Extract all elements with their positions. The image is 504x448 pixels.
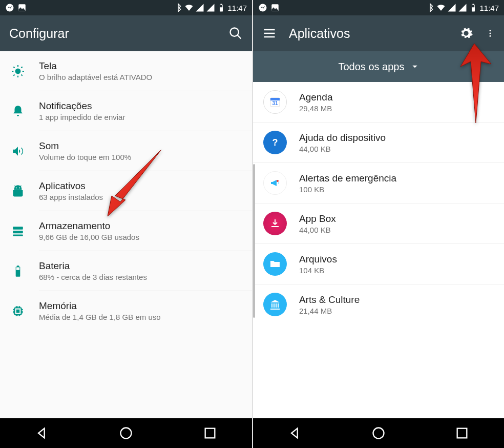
settings-list[interactable]: TelaO brilho adaptável está ATIVADO Noti… [0, 51, 252, 418]
svg-point-25 [490, 30, 491, 31]
setting-title: Som [39, 140, 242, 152]
svg-rect-4 [220, 5, 223, 8]
svg-rect-14 [17, 266, 19, 267]
app-name: Agenda [299, 92, 494, 103]
chevron-down-icon [411, 63, 418, 70]
app-row-agenda[interactable]: 31 Agenda29,48 MB [253, 82, 504, 122]
nav-home[interactable] [371, 426, 386, 440]
svg-point-33 [373, 428, 384, 439]
svg-point-18 [121, 428, 132, 439]
app-row-arts[interactable]: Arts & Culture21,44 MB [253, 284, 504, 324]
megaphone-icon [263, 171, 287, 195]
svg-text:?: ? [272, 137, 278, 148]
nav-bar [0, 418, 252, 448]
svg-rect-23 [473, 4, 474, 5]
svg-rect-10 [13, 227, 23, 229]
status-time: 11:47 [479, 4, 499, 12]
scrollbar[interactable] [253, 164, 255, 318]
setting-notifications[interactable]: Notificações1 app impedido de enviar [0, 91, 252, 131]
setting-sub: O brilho adaptável está ATIVADO [39, 73, 242, 82]
nav-recent[interactable] [203, 426, 217, 440]
nav-recent[interactable] [455, 426, 469, 440]
battery-icon [469, 3, 478, 12]
svg-rect-24 [472, 5, 475, 8]
app-row-emergency[interactable]: Alertas de emergência100 KB [253, 162, 504, 203]
signal-icon-2 [458, 3, 467, 12]
setting-battery[interactable]: Bateria68% - cerca de 3 dias restantes [0, 251, 252, 291]
page-title: Configurar [9, 26, 69, 41]
messenger-icon [5, 3, 14, 12]
setting-memory[interactable]: MemóriaMédia de 1,4 GB de 1,8 GB em uso [0, 291, 252, 331]
calendar-icon: 31 [263, 90, 287, 114]
app-bar-settings: Configurar [0, 15, 252, 51]
setting-sub: 1 app impedido de enviar [39, 113, 242, 121]
gear-icon[interactable] [459, 26, 473, 40]
setting-sub: 68% - cerca de 3 dias restantes [39, 273, 242, 281]
setting-display[interactable]: TelaO brilho adaptável está ATIVADO [0, 51, 252, 91]
gallery-icon [17, 3, 27, 12]
setting-apps[interactable]: Aplicativos63 apps instalados [0, 171, 252, 211]
setting-title: Aplicativos [39, 180, 242, 192]
status-bar: 11:47 [0, 0, 252, 15]
download-icon [263, 212, 287, 235]
setting-title: Armazenamento [39, 220, 242, 232]
android-icon [10, 184, 26, 199]
bluetooth-icon [426, 3, 435, 12]
phone-right-apps: 11:47 Aplicativos Todos os apps 31 Agend… [252, 0, 504, 448]
nav-bar [253, 418, 504, 448]
setting-sound[interactable]: SomVolume do toque em 100% [0, 131, 252, 171]
app-row-appbox[interactable]: App Box44,00 KB [253, 203, 504, 243]
filter-label: Todos os apps [339, 61, 405, 73]
svg-rect-11 [13, 230, 23, 233]
hamburger-icon[interactable] [262, 26, 277, 40]
app-name: Arquivos [299, 254, 494, 265]
svg-rect-34 [457, 429, 467, 438]
apps-list[interactable]: 31 Agenda29,48 MB ? Ajuda do dispositivo… [253, 82, 504, 418]
app-row-help[interactable]: ? Ajuda do dispositivo44,00 KB [253, 122, 504, 162]
setting-title: Bateria [39, 260, 242, 272]
app-size: 44,00 KB [299, 145, 494, 153]
bell-icon [10, 104, 26, 119]
page-title: Aplicativos [289, 26, 350, 41]
app-size: 100 KB [299, 185, 494, 194]
svg-point-5 [230, 28, 239, 36]
signal-icon [447, 3, 456, 12]
signal-icon [195, 3, 204, 12]
svg-point-8 [16, 187, 17, 188]
battery-icon [217, 3, 226, 12]
gallery-icon [270, 3, 280, 12]
setting-sub: 63 apps instalados [39, 193, 242, 201]
setting-title: Notificações [39, 100, 242, 112]
setting-storage[interactable]: Armazenamento9,66 GB de 16,00 GB usados [0, 211, 252, 251]
nav-back[interactable] [288, 426, 302, 440]
nav-back[interactable] [35, 426, 49, 440]
app-name: Ajuda do dispositivo [299, 132, 494, 144]
app-name: Arts & Culture [299, 294, 494, 306]
svg-rect-19 [205, 429, 215, 438]
setting-sub: Média de 1,4 GB de 1,8 GB em uso [39, 313, 242, 321]
wifi-icon [436, 3, 446, 12]
messenger-icon [258, 3, 267, 12]
nav-home[interactable] [119, 426, 133, 440]
overflow-icon[interactable] [486, 26, 495, 40]
app-bar-apps: Aplicativos [253, 15, 504, 51]
svg-point-7 [15, 68, 21, 74]
setting-sub: 9,66 GB de 16,00 GB usados [39, 233, 242, 241]
phone-left-settings: 11:47 Configurar TelaO brilho adaptável … [0, 0, 252, 448]
search-icon[interactable] [228, 26, 243, 40]
app-name: Alertas de emergência [299, 173, 494, 184]
signal-icon-2 [206, 3, 215, 12]
filter-dropdown[interactable]: Todos os apps [253, 51, 504, 82]
svg-rect-3 [221, 4, 222, 5]
svg-point-9 [19, 187, 20, 188]
museum-icon [263, 293, 287, 316]
storage-icon [10, 223, 26, 239]
svg-rect-12 [13, 234, 23, 236]
app-size: 104 KB [299, 266, 494, 275]
wifi-icon [184, 3, 194, 12]
volume-icon [10, 144, 26, 159]
status-time: 11:47 [227, 4, 247, 12]
app-row-files[interactable]: Arquivos104 KB [253, 243, 504, 284]
svg-point-26 [490, 33, 491, 34]
setting-sub: Volume do toque em 100% [39, 153, 242, 161]
